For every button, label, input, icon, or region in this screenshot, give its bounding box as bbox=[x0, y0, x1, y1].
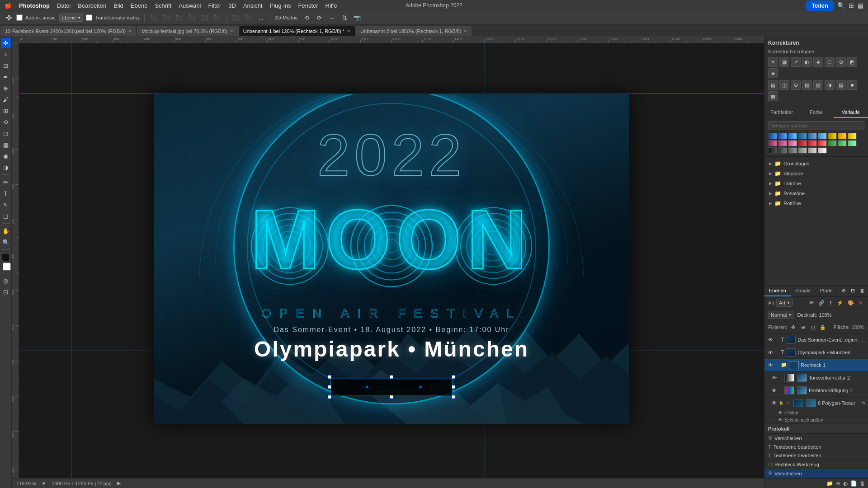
move-tool-icon[interactable]: ✜ bbox=[4, 13, 14, 23]
tab-farbe[interactable]: Farbe bbox=[799, 107, 833, 118]
ebenen-icon-delete[interactable]: 🗑 bbox=[858, 287, 867, 295]
3d-btn3[interactable]: ↔ bbox=[327, 13, 337, 23]
swatch-2[interactable] bbox=[788, 133, 797, 139]
history-tool[interactable]: ⟲ bbox=[1, 117, 11, 127]
heal-tool[interactable]: ⊕ bbox=[1, 83, 11, 93]
path-selection-tool[interactable]: ↖ bbox=[1, 200, 11, 210]
zoom-arrow[interactable]: ▼ bbox=[41, 481, 46, 486]
gradient-tool[interactable]: ▦ bbox=[1, 140, 11, 150]
text-tool[interactable]: T bbox=[1, 188, 11, 198]
filter-icon1[interactable]: 👁 bbox=[807, 299, 816, 307]
doc-tab-0-close[interactable]: ✕ bbox=[128, 28, 132, 33]
swatch-4[interactable] bbox=[808, 133, 817, 139]
distribute2-btn[interactable]: ⬛ bbox=[243, 13, 253, 23]
doc-tab-3[interactable]: Unbenannt-2 bei 1850% (Rechteck 1, RGB/8… bbox=[355, 26, 472, 36]
swatch-8[interactable] bbox=[848, 133, 857, 139]
korr-colorbalance-btn[interactable]: ⊕ bbox=[836, 57, 846, 67]
swatch-5[interactable] bbox=[818, 133, 827, 139]
eye-icon-6[interactable]: 👁 bbox=[771, 400, 777, 406]
tab-ebenen[interactable]: Ebenen bbox=[764, 286, 791, 296]
workspace-icon[interactable]: ⊞ bbox=[849, 2, 854, 9]
ebenen-icon-settings[interactable]: ⊟ bbox=[849, 287, 857, 295]
fix-move-icon[interactable]: ⊕ bbox=[799, 323, 807, 331]
doc-tab-3-close[interactable]: ✕ bbox=[463, 28, 467, 33]
swatch-9[interactable] bbox=[768, 140, 777, 146]
menu-hilfe[interactable]: Hilfe bbox=[326, 2, 337, 9]
handle-tl[interactable] bbox=[328, 375, 331, 379]
korr-threshold-btn[interactable]: ▨ bbox=[813, 80, 823, 90]
menu-auswahl[interactable]: Auswahl bbox=[179, 2, 201, 9]
fix-all-icon[interactable]: 🔒 bbox=[819, 323, 827, 331]
quick-mask-tool[interactable]: ◎ bbox=[1, 276, 11, 286]
effekte-eye[interactable]: 👁 bbox=[778, 410, 783, 415]
align-right-btn[interactable]: ⬛ bbox=[174, 13, 184, 23]
doc-tab-2-close[interactable]: ✕ bbox=[347, 28, 350, 33]
art-dropdown[interactable]: Art bbox=[776, 299, 793, 307]
swatch-21[interactable] bbox=[798, 147, 807, 154]
menu-fenster[interactable]: Fenster bbox=[298, 2, 318, 9]
layer-text-1[interactable]: 👁 T Das Sommer-Event...eginn: 17:00 Uhr bbox=[764, 333, 868, 346]
crop-tool[interactable]: ⊡ bbox=[1, 61, 11, 70]
align-top-btn[interactable]: ⬛ bbox=[187, 13, 197, 23]
fix-pos-icon[interactable]: ✜ bbox=[789, 323, 797, 331]
korr-brightness-btn[interactable]: ☀ bbox=[768, 57, 778, 67]
share-button[interactable]: Teilen bbox=[806, 0, 834, 11]
tab-farbfelder[interactable]: Farbfelder bbox=[764, 107, 799, 118]
tab-pfade[interactable]: Pfade bbox=[815, 286, 837, 296]
pen-tool[interactable]: ✏ bbox=[1, 177, 11, 187]
panel-icon[interactable]: ▦ bbox=[858, 2, 863, 9]
eyedropper-tool[interactable]: ✒ bbox=[1, 72, 11, 82]
3d-btn2[interactable]: ⟳ bbox=[314, 13, 324, 23]
handle-tc[interactable] bbox=[390, 375, 393, 379]
hand-tool[interactable]: ✋ bbox=[1, 226, 11, 236]
3d-btn4[interactable]: ⇅ bbox=[340, 13, 349, 23]
apple-logo[interactable]: 🍎 bbox=[5, 2, 12, 9]
camera-icon[interactable]: 📷 bbox=[352, 13, 362, 23]
menu-ansicht[interactable]: Ansicht bbox=[243, 2, 263, 9]
menu-ebene[interactable]: Ebene bbox=[131, 2, 148, 9]
filter-icon4[interactable]: ⚡ bbox=[835, 299, 845, 307]
brush-tool[interactable]: 🖌 bbox=[1, 94, 11, 104]
korr-hue-btn[interactable]: ⬡ bbox=[825, 57, 835, 67]
verlauf-group-rosatone[interactable]: ▶ 📁 Rosatöne bbox=[768, 188, 864, 198]
filter-on-toggle[interactable]: ✕ bbox=[857, 299, 864, 307]
korr-vibrance-btn[interactable]: ◈ bbox=[813, 57, 823, 67]
search-icon[interactable]: 🔍 bbox=[837, 2, 845, 9]
korr-curves-btn[interactable]: ↗ bbox=[791, 57, 801, 67]
korr-channelmixer-btn[interactable]: ▤ bbox=[768, 80, 778, 90]
verlauf-group-grundlagen[interactable]: ▶ 📁 Grundlagen bbox=[768, 159, 864, 169]
filter-icon2[interactable]: 🔗 bbox=[816, 299, 826, 307]
korr-selectcolor-btn[interactable]: ◑ bbox=[825, 80, 835, 90]
swatch-10[interactable] bbox=[778, 140, 787, 146]
swatch-20[interactable] bbox=[788, 147, 797, 154]
delete-layer-icon[interactable]: 🗑 bbox=[860, 480, 865, 487]
handle-mr[interactable] bbox=[452, 385, 455, 389]
korr-pattern-btn[interactable]: ▦ bbox=[768, 91, 778, 101]
proto-item-0[interactable]: ✜ Verschieben bbox=[764, 434, 868, 443]
korr-posterize-btn[interactable]: ▧ bbox=[802, 80, 812, 90]
verlaufe-search-input[interactable] bbox=[768, 121, 864, 130]
menu-datei[interactable]: Datei bbox=[57, 2, 71, 9]
align-middle-btn[interactable]: ⬛ bbox=[199, 13, 209, 23]
layer-text-2[interactable]: 👁 T Olympiapark • München bbox=[764, 346, 868, 359]
dodge-tool[interactable]: ◑ bbox=[1, 162, 11, 172]
background-color[interactable] bbox=[3, 263, 11, 271]
korr-invert-btn[interactable]: ⊖ bbox=[791, 80, 801, 90]
proto-item-1[interactable]: T Textebene bearbeiten bbox=[764, 443, 868, 451]
proto-item-4[interactable]: ✜ Verschieben bbox=[764, 469, 868, 478]
swatch-13[interactable] bbox=[808, 140, 817, 146]
menu-bearbeiten[interactable]: Bearbeiten bbox=[78, 2, 106, 9]
proto-item-3[interactable]: ◻ Rechteck-Werkzeug bbox=[764, 460, 868, 469]
swatch-22[interactable] bbox=[808, 147, 817, 154]
screen-mode-tool[interactable]: ⊡ bbox=[1, 287, 11, 297]
distribute-btn[interactable]: ⬛ bbox=[231, 13, 241, 23]
auto-select-checkbox[interactable] bbox=[16, 14, 23, 21]
verlauf-group-lilatone[interactable]: ▶ 📁 Lilatöne bbox=[768, 178, 864, 188]
create-group-icon[interactable]: 📁 bbox=[826, 480, 833, 487]
doc-tab-0[interactable]: 10-Facebook-Event-2400x1260.psd bei 120%… bbox=[0, 26, 137, 36]
eye-icon-4[interactable]: 👁 bbox=[771, 375, 777, 380]
create-adjustment-icon[interactable]: ⊕ bbox=[836, 480, 840, 487]
blur-tool[interactable]: ◉ bbox=[1, 151, 11, 161]
korr-levels-btn[interactable]: ▦ bbox=[779, 57, 789, 67]
korr-colorlookup-btn[interactable]: ◫ bbox=[779, 80, 789, 90]
